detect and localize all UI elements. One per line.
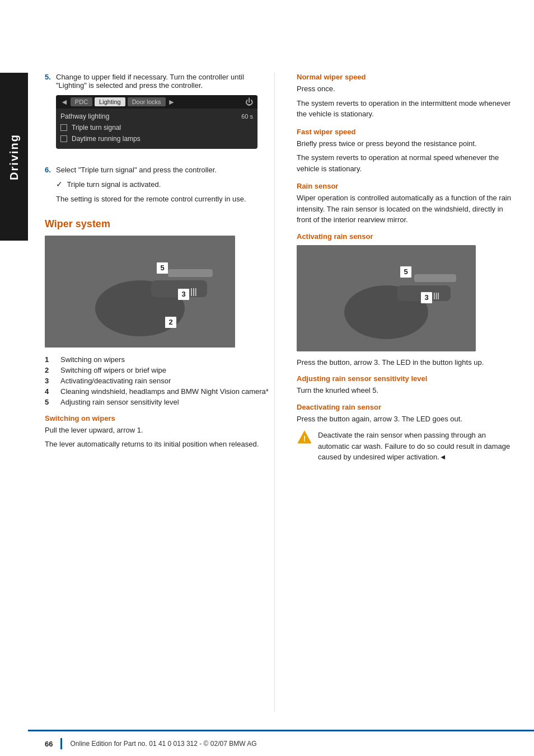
deactivating-heading: Deactivating rain sensor xyxy=(297,403,517,411)
normal-wiper-text2: The system reverts to operation in the i… xyxy=(297,98,517,120)
pdc-button[interactable]: PDC xyxy=(71,97,92,106)
footer: 66 Online Edition for Part no. 01 41 0 0… xyxy=(28,730,534,756)
center-divider xyxy=(274,73,275,711)
footer-divider xyxy=(60,738,62,749)
wiper-iii-indicator: ||| xyxy=(190,287,197,296)
deactivating-text: Press the button again, arrow 3. The LED… xyxy=(297,414,517,425)
ui-mockup: ◄ PDC Lighting Door locks ► ⏻ Pathway li… xyxy=(56,95,257,149)
door-locks-button[interactable]: Door locks xyxy=(128,97,166,106)
rain-sensor-text: Wiper operation is controlled automatica… xyxy=(297,192,517,226)
ui-row-pathway: Pathway lighting 60 s xyxy=(60,111,253,122)
arrow-left-icon: ◄ xyxy=(60,97,68,106)
ui-row-triple: Triple turn signal xyxy=(60,122,253,133)
driving-label: Driving xyxy=(8,134,21,180)
footer-page-num: 66 xyxy=(45,740,53,748)
wiper-image-inner: 5 3 2 ||| xyxy=(45,236,235,348)
warning-text: Deactivate the rain sensor when passing … xyxy=(318,430,517,463)
adjusting-text: Turn the knurled wheel 5. xyxy=(297,385,517,396)
svg-rect-7 xyxy=(414,274,456,282)
right-wiper-image: 5 3 ||| xyxy=(297,245,476,351)
normal-wiper-text1: Press once. xyxy=(297,83,517,95)
warning-icon: ! xyxy=(297,430,312,445)
list-item-3: 3 Activating/deactivating rain sensor xyxy=(45,377,274,385)
step-6-check: ✓ Triple turn signal is activated. xyxy=(56,179,274,190)
ui-topbar: ◄ PDC Lighting Door locks ► ⏻ xyxy=(56,95,257,109)
wiper-num-2: 2 xyxy=(165,317,176,328)
wiper-image-left: 5 3 2 ||| xyxy=(45,236,235,348)
ui-body: Pathway lighting 60 s Triple turn signal… xyxy=(56,109,257,149)
step-6-text: Select "Triple turn signal" and press th… xyxy=(56,166,274,174)
wiper-num-5: 5 xyxy=(157,262,168,274)
warning-box: ! Deactivate the rain sensor when passin… xyxy=(297,430,517,463)
activating-heading: Activating rain sensor xyxy=(297,232,517,241)
right-iii-indicator: ||| xyxy=(433,291,439,299)
pathway-time: 60 s xyxy=(241,113,253,120)
check-icon: ✓ xyxy=(56,180,63,189)
adjusting-heading: Adjusting rain sensor sensitivity level xyxy=(297,374,517,383)
step-5-content: Change to upper field if necessary. Turn… xyxy=(56,73,274,158)
triple-checkbox xyxy=(60,124,67,131)
fast-wiper-heading: Fast wiper speed xyxy=(297,128,517,136)
list-item-1: 1 Switching on wipers xyxy=(45,355,274,364)
step-5-num: 5. xyxy=(45,73,56,158)
left-column: 5. Change to upper field if necessary. T… xyxy=(28,0,285,730)
fast-wiper-text2: The system reverts to operation at norma… xyxy=(297,152,517,174)
right-num-3: 3 xyxy=(421,292,432,303)
pathway-label: Pathway lighting xyxy=(60,112,241,120)
wiper-num-3: 3 xyxy=(178,289,189,300)
page-container: Driving 5. Change to upper field if nece… xyxy=(0,0,534,756)
power-icon: ⏻ xyxy=(245,97,253,106)
switching-on-text2: The lever automatically returns to its i… xyxy=(45,439,274,450)
wiper-svg xyxy=(45,236,235,348)
step-6-content: Select "Triple turn signal" and press th… xyxy=(56,166,274,208)
svg-text:!: ! xyxy=(303,434,306,443)
right-num-5: 5 xyxy=(400,266,411,278)
triple-label: Triple turn signal xyxy=(72,124,253,132)
driving-sidebar: Driving xyxy=(0,73,28,241)
list-item-5: 5 Adjusting rain sensor sensitivity leve… xyxy=(45,398,274,406)
wiper-num-list: 1 Switching on wipers 2 Switching off wi… xyxy=(45,355,274,406)
svg-rect-3 xyxy=(168,269,213,277)
step-6: 6. Select "Triple turn signal" and press… xyxy=(45,166,274,208)
right-wiper-svg xyxy=(297,245,476,351)
step-6-note: The setting is stored for the remote con… xyxy=(56,194,274,205)
footer-copyright: Online Edition for Part no. 01 41 0 013 … xyxy=(70,740,256,748)
rain-sensor-heading: Rain sensor xyxy=(297,182,517,190)
normal-wiper-heading: Normal wiper speed xyxy=(297,73,517,81)
step-5: 5. Change to upper field if necessary. T… xyxy=(45,73,274,158)
switching-on-text1: Pull the lever upward, arrow 1. xyxy=(45,425,274,436)
switching-on-heading: Switching on wipers xyxy=(45,414,274,422)
wiper-section-heading: Wiper system xyxy=(45,218,274,230)
list-item-4: 4 Cleaning windshield, headlamps and BMW… xyxy=(45,387,274,396)
main-content: 5. Change to upper field if necessary. T… xyxy=(28,0,534,730)
step-6-num: 6. xyxy=(45,166,56,208)
daytime-checkbox xyxy=(60,135,67,142)
fast-wiper-text1: Briefly press twice or press beyond the … xyxy=(297,138,517,149)
ui-row-daytime: Daytime running lamps xyxy=(60,133,253,144)
lighting-button[interactable]: Lighting xyxy=(95,97,125,106)
arrow-right-icon: ► xyxy=(168,97,176,106)
activating-text: Press the button, arrow 3. The LED in th… xyxy=(297,357,517,368)
right-column: Normal wiper speed Press once. The syste… xyxy=(285,0,534,730)
daytime-label: Daytime running lamps xyxy=(72,135,253,143)
list-item-2: 2 Switching off wipers or brief wipe xyxy=(45,366,274,374)
step-5-text: Change to upper field if necessary. Turn… xyxy=(56,73,244,90)
